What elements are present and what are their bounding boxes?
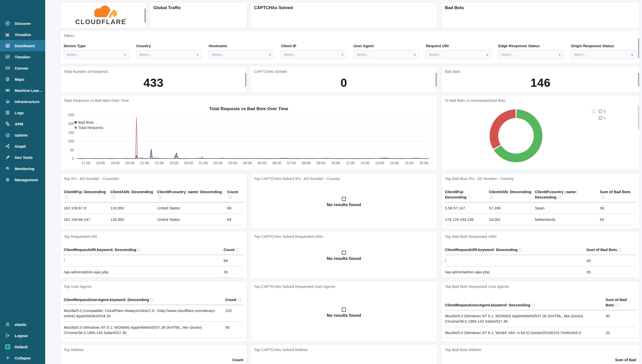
sidebar-item-uptime[interactable]: Uptime bbox=[0, 129, 45, 141]
sidebar-item-default-space[interactable]: D Default bbox=[0, 341, 45, 352]
sidebar-item-machine-learning[interactable]: Machine Learning bbox=[0, 85, 45, 96]
sidebar-item-logout[interactable]: Logout bbox=[0, 330, 45, 341]
column-header[interactable]: ClientRequestURI.keyword: Descending bbox=[64, 245, 223, 255]
column-header[interactable]: ClientIP.ip: Descending bbox=[445, 188, 489, 202]
column-header[interactable]: ClientRequestURI.keyword: Descending bbox=[445, 245, 586, 255]
donut-chart[interactable] bbox=[488, 108, 544, 165]
column-header[interactable]: ClientASN: Descending bbox=[110, 188, 157, 202]
table-cell: /wp-admin/admin-post.php bbox=[445, 278, 586, 279]
filter-country: Country Select...∨ bbox=[136, 44, 201, 59]
filter-origin-response-status: Origin Response Status Select...∨ bbox=[571, 44, 636, 59]
sidebar-item-management[interactable]: Management bbox=[0, 174, 45, 185]
sidebar-item-visualize[interactable]: Visualize bbox=[0, 29, 45, 40]
sidebar-item-dev-tools[interactable]: Dev Tools bbox=[0, 152, 45, 163]
sidebar-item-timelion[interactable]: Timelion bbox=[0, 51, 45, 62]
sidebar-item-canvas[interactable]: Canvas bbox=[0, 62, 45, 74]
sort-icon[interactable] bbox=[532, 304, 535, 307]
scrollbar[interactable] bbox=[638, 105, 639, 130]
sidebar-item-graph[interactable]: Graph bbox=[0, 141, 45, 152]
sort-icon[interactable] bbox=[138, 248, 141, 251]
sidebar-item-user[interactable]: elastic bbox=[0, 319, 45, 330]
no-results-text: No results found bbox=[250, 313, 437, 318]
legend-item[interactable]: 0 bbox=[590, 108, 606, 114]
country-select[interactable]: Select...∨ bbox=[136, 50, 201, 59]
uptime-icon bbox=[5, 133, 10, 138]
sidebar-item-logs[interactable]: Logs bbox=[0, 107, 45, 118]
column-header[interactable]: Count bbox=[223, 245, 243, 255]
column-header[interactable]: ClientRequestUserAgent.keyword: Descendi… bbox=[64, 295, 225, 305]
table-row: Mozilla/5.0 (compatible; CloudFlare-Alwa… bbox=[64, 305, 243, 322]
legend-item[interactable]: Total Requests bbox=[74, 125, 103, 130]
sort-icon[interactable] bbox=[236, 248, 239, 251]
column-header[interactable]: Sum of Bad Bots bbox=[606, 295, 636, 310]
sidebar-item-infrastructure[interactable]: Infrastructure bbox=[0, 96, 45, 107]
column-header-label: Sum of Bad Bots bbox=[600, 190, 631, 194]
sort-icon[interactable] bbox=[112, 196, 115, 199]
column-header[interactable]: Count bbox=[232, 358, 243, 362]
column-header[interactable]: ClientRequestUserAgent.keyword: Descendi… bbox=[445, 295, 606, 310]
sort-icon[interactable] bbox=[228, 196, 231, 199]
sort-icon[interactable] bbox=[601, 196, 604, 199]
user-agent-select[interactable]: Select...∨ bbox=[354, 50, 419, 59]
column-header[interactable]: Sum of Bad Bots bbox=[586, 245, 636, 255]
column-header[interactable]: ClientASN: Descending bbox=[489, 188, 535, 202]
sort-icon[interactable] bbox=[618, 248, 621, 251]
sort-icon[interactable] bbox=[490, 196, 493, 199]
edge-response-status-select[interactable]: Select...∨ bbox=[499, 50, 564, 59]
sidebar-item-monitoring[interactable]: Monitoring bbox=[0, 163, 45, 174]
origin-response-status-select[interactable]: Select...∨ bbox=[571, 50, 636, 59]
panel-title: Top Bad Bots Referer bbox=[445, 348, 636, 352]
column-header[interactable]: Sum of Bad bbox=[615, 358, 636, 362]
legend-label: 1 bbox=[604, 116, 606, 120]
sidebar-item-dashboard[interactable]: Dashboard bbox=[0, 40, 45, 51]
column-header[interactable]: Count bbox=[225, 295, 243, 305]
column-header[interactable]: ClientIP.country_name: Descending bbox=[535, 188, 600, 202]
column-header[interactable]: ClientIP.country_name: Descending bbox=[157, 188, 227, 202]
donut-slice-1[interactable] bbox=[490, 109, 516, 149]
legend-swatch bbox=[74, 121, 77, 124]
scrollbar[interactable] bbox=[638, 73, 639, 87]
legend-item[interactable]: Bad Bots bbox=[74, 120, 103, 125]
scrollbar[interactable] bbox=[638, 38, 639, 58]
legend-item[interactable]: 1 bbox=[590, 114, 606, 121]
panel-captchas-header: CAPTCHAs Solved bbox=[250, 2, 438, 28]
sidebar-item-discover[interactable]: Discover bbox=[0, 18, 45, 29]
sidebar-item-label: Canvas bbox=[15, 66, 43, 70]
sort-icon[interactable] bbox=[65, 196, 68, 199]
column-header[interactable]: Count bbox=[227, 188, 243, 202]
sidebar-item-apm[interactable]: APM bbox=[0, 118, 45, 129]
sidebar-collapse-button[interactable]: Collapse bbox=[0, 352, 45, 363]
filter-client-ip: Client IP Select...∨ bbox=[281, 44, 346, 59]
device-type-select[interactable]: Select...∨ bbox=[64, 50, 129, 59]
arrow-left-icon bbox=[5, 355, 10, 360]
column-header[interactable]: ClientIP.ip: Descending bbox=[64, 188, 110, 202]
client-ip-select[interactable]: Select...∨ bbox=[281, 50, 346, 59]
time-series-chart[interactable]: 05010015020025017:0018:0019:0020:0021:00… bbox=[64, 112, 434, 168]
column-header-label: ClientIP.ip: Descending bbox=[445, 190, 467, 199]
svg-text:12:00: 12:00 bbox=[361, 161, 370, 165]
sort-icon[interactable] bbox=[158, 196, 162, 199]
panel-title: Bad Bots bbox=[445, 69, 636, 74]
data-table: ClientRequestUserAgent.keyword: Descendi… bbox=[64, 295, 243, 339]
svg-text:02:00: 02:00 bbox=[214, 161, 222, 165]
sort-icon[interactable] bbox=[615, 304, 618, 307]
dashboard-icon bbox=[5, 43, 10, 48]
scrollbar[interactable] bbox=[436, 73, 437, 87]
table-cell: United States bbox=[535, 225, 600, 229]
panel-title: Top Bad Bots Requested URIs bbox=[445, 234, 636, 239]
legend-toggle-icon[interactable] bbox=[592, 110, 595, 113]
column-header[interactable]: Sum of Bad Bots bbox=[600, 188, 636, 202]
scrollbar[interactable] bbox=[145, 8, 146, 23]
sort-icon[interactable] bbox=[238, 298, 241, 301]
sort-icon[interactable] bbox=[558, 196, 561, 199]
hostname-select[interactable]: Select...∨ bbox=[209, 50, 274, 59]
empty-visualization-icon bbox=[342, 197, 346, 201]
sort-icon[interactable] bbox=[150, 298, 153, 301]
panel-top-ips: Top IPs - AS Number - Countries ClientIP… bbox=[60, 173, 247, 229]
sidebar-item-maps[interactable]: Maps bbox=[0, 74, 45, 85]
sort-icon[interactable] bbox=[519, 248, 522, 251]
sidebar-item-label: Collapse bbox=[15, 356, 43, 360]
scrollbar[interactable] bbox=[245, 73, 246, 87]
sort-icon[interactable] bbox=[468, 196, 471, 199]
request-uri-select[interactable]: Select...∨ bbox=[426, 50, 491, 59]
